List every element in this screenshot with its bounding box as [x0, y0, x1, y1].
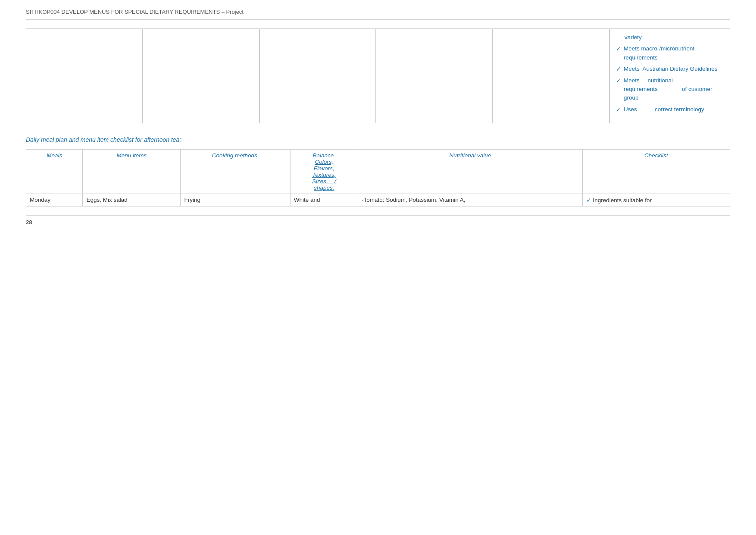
macro-text: Meets macro-/micronutrient requirements	[624, 44, 724, 62]
australian-text: Meets Australian Dietary Guidelines	[624, 65, 718, 73]
empty-col-2	[143, 28, 259, 123]
check-nutritional-icon: ✓	[616, 76, 621, 85]
cell-menu-items: Eggs, Mix salad	[83, 194, 181, 206]
footer: 28	[26, 215, 730, 225]
empty-col-1	[26, 28, 143, 123]
checklist-variety: variety	[616, 33, 724, 42]
col-header-menu-items: Menu items	[83, 150, 181, 194]
empty-col-4	[376, 28, 493, 123]
main-table: Meals Menu items Cooking methods. Balanc…	[26, 149, 730, 206]
table-header-row: Meals Menu items Cooking methods. Balanc…	[26, 150, 730, 194]
header-title: SITHKOP004 DEVELOP MENUS FOR SPECIAL DIE…	[26, 9, 244, 15]
check-australian-icon: ✓	[616, 65, 621, 74]
page: SITHKOP004 DEVELOP MENUS FOR SPECIAL DIE…	[0, 0, 756, 535]
col-header-cooking: Cooking methods.	[181, 150, 290, 194]
cell-nutritional: -Tomato: Sodium, Potassium, Vitamin A,	[358, 194, 582, 206]
checklist-macro: ✓ Meets macro-/micronutrient requirement…	[616, 44, 724, 62]
cell-balance: White and	[290, 194, 358, 206]
cell-cooking: Frying	[181, 194, 290, 206]
col-header-balance: Balance. Colors, Flavors, Textures, Size…	[290, 150, 358, 194]
table-row: Monday Eggs, Mix salad Frying White and …	[26, 194, 730, 206]
cell-meals: Monday	[26, 194, 83, 206]
check-macro-icon: ✓	[616, 44, 621, 53]
check-terminology-icon: ✓	[616, 105, 621, 114]
upper-section: variety ✓ Meets macro-/micronutrient req…	[26, 28, 730, 123]
empty-col-5	[493, 28, 609, 123]
checklist-check-icon: ✓	[586, 197, 591, 203]
col-header-meals: Meals	[26, 150, 83, 194]
checklist-terminology: ✓ Uses correct terminology	[616, 105, 724, 114]
terminology-text: Uses correct terminology	[624, 105, 704, 114]
col-header-checklist: Checklist	[582, 150, 730, 194]
checklist-australian: ✓ Meets Australian Dietary Guidelines	[616, 65, 724, 74]
page-number: 28	[26, 219, 32, 225]
page-header: SITHKOP004 DEVELOP MENUS FOR SPECIAL DIE…	[26, 9, 730, 20]
col-header-nutritional: Nutritional value	[358, 150, 582, 194]
checklist-nutritional: ✓ Meets nutritional requirements of cust…	[616, 76, 724, 103]
checklist-cell-text: Ingredients suitable for	[593, 197, 652, 203]
upper-checklist: variety ✓ Meets macro-/micronutrient req…	[609, 28, 730, 123]
section-title: Daily meal plan and menu item checklist …	[26, 136, 730, 143]
nutritional-text: Meets nutritional requirements of custom…	[624, 76, 724, 103]
variety-text: variety	[625, 33, 642, 42]
cell-checklist: ✓ Ingredients suitable for	[582, 194, 730, 206]
empty-col-3	[259, 28, 376, 123]
